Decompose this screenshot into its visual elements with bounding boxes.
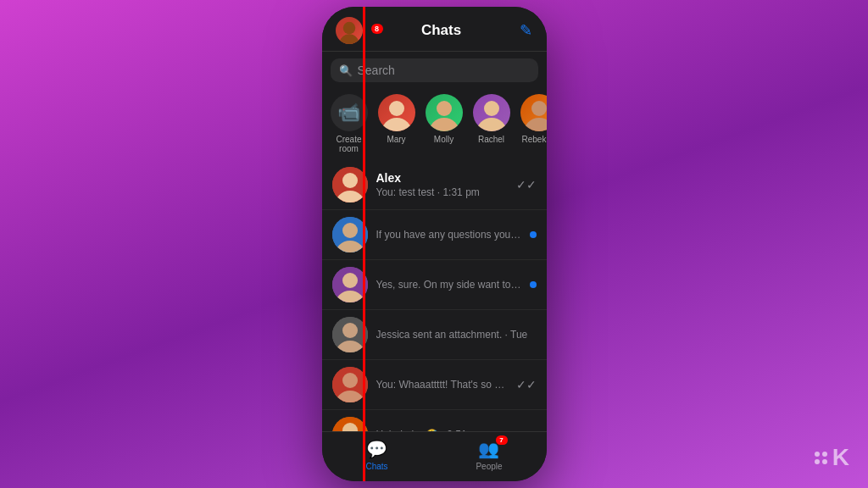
svg-point-8 [531, 101, 547, 116]
watermark-dot-4 [822, 459, 827, 464]
chat2-info: If you have any questions you... · 12:51… [376, 229, 521, 241]
story-rebekah[interactable]: Rebekah [520, 94, 547, 144]
alex-read-icon: ✓✓ [516, 178, 537, 191]
rachel-label: Rachel [478, 135, 504, 144]
people-label: People [476, 462, 502, 471]
chat6-preview: Hahahaha 🤣 · 9:51 am [376, 429, 521, 431]
chat5-avatar [332, 367, 368, 402]
molly-avatar-img [426, 94, 463, 131]
molly-avatar [426, 94, 463, 131]
svg-point-1 [339, 34, 359, 44]
chat5-read-icon: ✓✓ [516, 378, 537, 391]
chat2-avatar [332, 217, 368, 252]
bottom-nav: 💬 Chats 👥 7 People [322, 431, 547, 481]
people-badge: 7 [496, 435, 508, 445]
svg-point-6 [484, 101, 499, 116]
svg-point-14 [342, 223, 358, 238]
nav-chats[interactable]: 💬 Chats [365, 439, 387, 471]
chat-item-6[interactable]: Hahahaha 🤣 · 9:51 am [322, 410, 547, 431]
phone-frame: 8 Chats ✎ 🔍 Search 📹 Createroom Mary [322, 7, 547, 481]
mary-label: Mary [387, 135, 405, 144]
chat3-avatar [332, 267, 368, 302]
nav-people[interactable]: 👥 7 People [476, 439, 502, 471]
create-room-avatar: 📹 [331, 94, 368, 131]
chat2-avatar-img [332, 217, 368, 252]
chat-item-jessica[interactable]: Jessica sent an attachment. · Tue [322, 310, 547, 360]
watermark-dot-2 [822, 452, 827, 457]
story-create-room[interactable]: 📹 Createroom [331, 94, 368, 153]
search-bar[interactable]: 🔍 Search [331, 58, 538, 82]
create-room-icon: 📹 [337, 102, 360, 124]
jessica-preview: Jessica sent an attachment. · Tue [376, 329, 537, 341]
story-molly[interactable]: Molly [426, 94, 463, 144]
chat2-preview: If you have any questions you... · 12:51… [376, 229, 521, 241]
jessica-avatar [332, 317, 368, 352]
svg-point-0 [342, 22, 355, 35]
alex-avatar [332, 167, 368, 202]
avatar-container: 8 [336, 17, 363, 44]
svg-point-11 [342, 173, 358, 188]
rachel-avatar-img [473, 94, 510, 131]
chat-item-5[interactable]: You: Whaaattttt! That's so excl... · 10:… [322, 360, 547, 410]
search-icon: 🔍 [339, 64, 353, 77]
chat5-avatar-img [332, 367, 368, 402]
svg-point-23 [342, 373, 358, 388]
chat5-info: You: Whaaattttt! That's so excl... · 10:… [376, 379, 508, 391]
rebekah-avatar [520, 94, 547, 131]
svg-point-2 [389, 101, 404, 116]
jessica-info: Jessica sent an attachment. · Tue [376, 329, 537, 341]
chat-item-2[interactable]: If you have any questions you... · 12:51… [322, 210, 547, 260]
compose-icon[interactable]: ✎ [520, 21, 532, 40]
alex-name: Alex [376, 171, 508, 185]
svg-point-9 [524, 118, 547, 131]
chat-item-3[interactable]: Yes, sure. On my side want to... · 8:45 … [322, 260, 547, 310]
chat5-preview: You: Whaaattttt! That's so excl... · 10:… [376, 379, 508, 391]
chat3-unread-dot [530, 281, 537, 288]
page-title: Chats [421, 22, 461, 39]
create-room-label: Createroom [336, 135, 361, 153]
watermark: K [815, 444, 851, 471]
alex-avatar-img [332, 167, 368, 202]
stories-row: 📹 Createroom Mary Molly [322, 89, 547, 160]
mary-avatar-img [378, 94, 415, 131]
chat6-avatar [332, 417, 368, 431]
watermark-dot-1 [815, 452, 820, 457]
chats-label: Chats [365, 462, 387, 471]
watermark-dot-3 [815, 459, 820, 464]
story-rachel[interactable]: Rachel [473, 94, 510, 144]
chat-item-alex[interactable]: Alex You: test test · 1:31 pm ✓✓ [322, 160, 547, 210]
search-placeholder: Search [358, 64, 395, 77]
alex-info: Alex You: test test · 1:31 pm [376, 171, 508, 198]
chat3-avatar-img [332, 267, 368, 302]
svg-point-3 [381, 118, 412, 131]
header: 8 Chats ✎ [322, 7, 547, 52]
rebekah-avatar-img [520, 94, 547, 131]
chat6-info: Hahahaha 🤣 · 9:51 am [376, 429, 521, 431]
svg-point-7 [476, 118, 507, 131]
chats-icon: 💬 [366, 439, 387, 459]
svg-point-5 [429, 118, 459, 131]
watermark-dots [815, 452, 827, 464]
chat-list: Alex You: test test · 1:31 pm ✓✓ If you … [322, 160, 547, 431]
story-mary[interactable]: Mary [378, 94, 415, 144]
chat3-preview: Yes, sure. On my side want to... · 8:45 … [376, 279, 521, 291]
chat2-unread-dot [530, 231, 537, 238]
avatar-image [336, 17, 363, 44]
jessica-avatar-img [332, 317, 368, 352]
rebekah-label: Rebekah [521, 135, 546, 144]
svg-point-20 [342, 323, 358, 338]
svg-point-17 [342, 273, 358, 288]
chat3-info: Yes, sure. On my side want to... · 8:45 … [376, 279, 521, 291]
molly-label: Molly [434, 135, 453, 144]
rachel-avatar [473, 94, 510, 131]
alex-preview: You: test test · 1:31 pm [376, 186, 508, 198]
mary-avatar [378, 94, 415, 131]
watermark-letter: K [832, 444, 851, 471]
user-avatar[interactable] [336, 17, 363, 44]
notification-badge: 8 [371, 24, 383, 34]
svg-point-4 [437, 101, 452, 116]
chat6-avatar-img [332, 417, 368, 431]
